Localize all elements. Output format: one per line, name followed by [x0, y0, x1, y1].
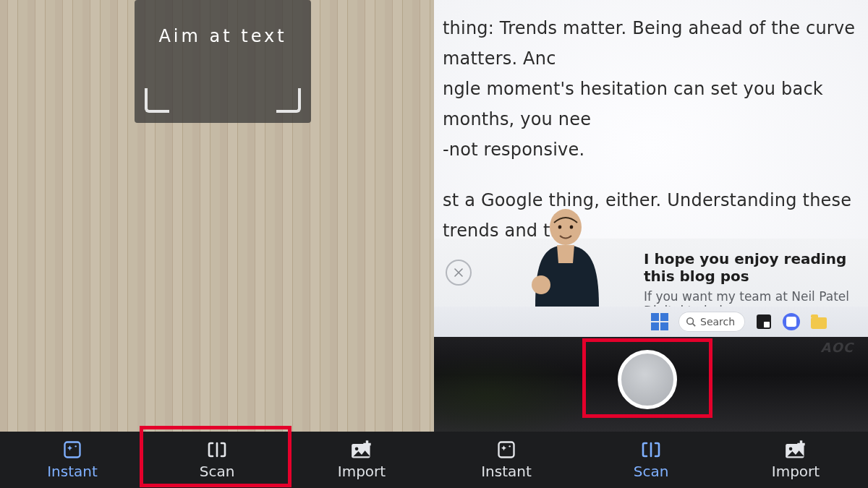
svg-point-17: [509, 445, 511, 447]
taskbar-app-icon[interactable]: [783, 313, 800, 330]
instant-label: Instant: [481, 463, 532, 480]
aim-label: Aim at text: [135, 26, 311, 46]
article-line: thing: Trends matter. Being ahead of the…: [443, 18, 855, 69]
svg-point-9: [550, 209, 582, 245]
taskbar-app-icon[interactable]: [755, 313, 773, 330]
instant-tab[interactable]: Instant: [0, 432, 145, 488]
windows-taskbar: Search: [434, 307, 868, 337]
svg-point-13: [570, 225, 574, 228]
search-icon: [686, 317, 696, 327]
scan-brackets-icon: [206, 440, 228, 460]
article-line: ngle moment's hesitation can set you bac…: [443, 79, 823, 129]
svg-point-14: [687, 318, 694, 325]
frame-corner-icon: [276, 88, 301, 113]
import-image-icon: [351, 440, 373, 460]
import-image-icon: [785, 440, 807, 460]
monitor-brand-label: AOC: [821, 340, 854, 355]
left-pane: Aim at text Instant: [0, 0, 434, 488]
frame-corner-icon: [145, 88, 169, 113]
instant-sparkle-icon: [496, 440, 516, 460]
instant-sparkle-icon: [62, 440, 82, 460]
svg-rect-11: [537, 276, 544, 279]
taskbar-search[interactable]: Search: [678, 312, 745, 332]
import-label: Import: [338, 463, 386, 480]
bottom-action-bar: Instant Scan: [0, 432, 434, 488]
plant-shadow: [434, 345, 615, 432]
scan-tab[interactable]: Scan: [145, 432, 289, 488]
svg-point-20: [789, 448, 793, 451]
split-screenshot: Aim at text Instant: [0, 0, 868, 488]
import-label: Import: [772, 463, 820, 480]
import-tab[interactable]: Import: [723, 432, 868, 488]
scan-brackets-icon: [640, 440, 662, 460]
close-icon: [453, 267, 464, 278]
bottom-action-bar: Instant Scan: [434, 432, 868, 488]
import-tab[interactable]: Import: [289, 432, 434, 488]
aim-at-text-overlay: Aim at text: [135, 0, 311, 123]
right-pane: thing: Trends matter. Being ahead of the…: [434, 0, 868, 488]
svg-point-12: [558, 225, 562, 228]
person-photo: [506, 205, 615, 307]
svg-rect-0: [65, 442, 80, 458]
scan-tab[interactable]: Scan: [579, 432, 723, 488]
instant-tab[interactable]: Instant: [434, 432, 579, 488]
scan-label: Scan: [634, 463, 669, 480]
taskbar-app-icon[interactable]: [810, 313, 827, 330]
svg-point-1: [75, 445, 77, 447]
instant-label: Instant: [47, 463, 98, 480]
svg-line-15: [693, 324, 696, 327]
close-banner-button[interactable]: [446, 260, 472, 286]
scan-label: Scan: [200, 463, 235, 480]
shutter-button[interactable]: [618, 350, 677, 409]
article-line: st a Google thing, either. Understanding…: [443, 190, 851, 241]
svg-point-4: [355, 448, 359, 451]
svg-rect-6: [363, 443, 370, 445]
promo-banner: I hope you enjoy reading this blog pos I…: [434, 239, 868, 307]
search-placeholder: Search: [700, 316, 735, 328]
svg-rect-16: [499, 442, 514, 458]
svg-rect-22: [797, 443, 804, 445]
windows-logo-icon[interactable]: [651, 313, 668, 330]
banner-headline: I hope you enjoy reading this blog pos: [644, 250, 868, 285]
article-line: -not responsive.: [443, 140, 584, 160]
